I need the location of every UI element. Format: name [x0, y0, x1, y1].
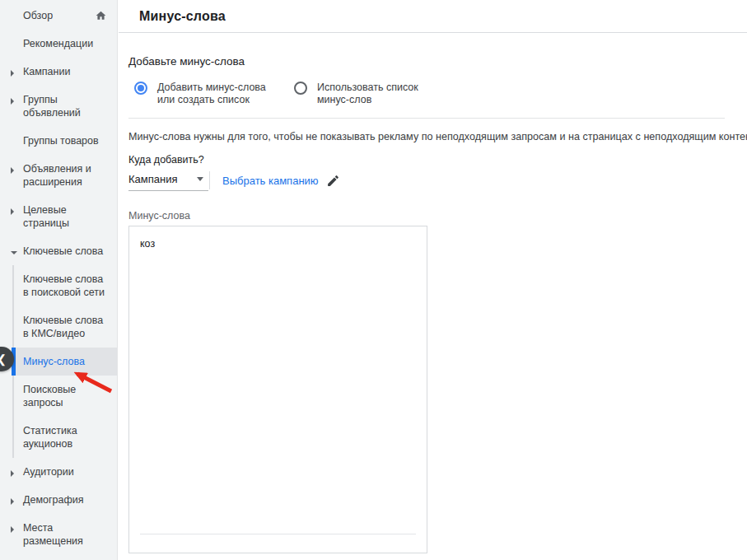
main-content: Минус-слова Добавьте минус-слова Добавит… — [119, 0, 747, 560]
radio-option-label: Добавить минус-слова или создать список — [157, 82, 271, 106]
sidebar-item[interactable]: Группы товаров — [0, 127, 117, 155]
helper-text: Минус-слова нужны для того, чтобы не пок… — [128, 131, 747, 142]
sidebar-item-label: Группы объявлений — [23, 94, 81, 119]
sidebar-item-label: Места размещения — [23, 522, 83, 547]
section-title: Добавьте минус-слова — [128, 55, 747, 68]
textarea-inner-divider — [140, 534, 416, 534]
radio-option-label: Использовать список минус-слов — [317, 82, 431, 106]
scope-select-value: Кампания — [128, 173, 178, 185]
radio-option[interactable]: Использовать список минус-слов — [294, 82, 431, 106]
mode-radio-group: Добавить минус-слова или создать список … — [128, 82, 747, 106]
sidebar-item-label: Обзор — [23, 10, 53, 21]
sidebar-item-label: Аудитории — [23, 466, 74, 478]
sidebar-item[interactable]: Группы объявлений — [0, 86, 117, 127]
section-divider — [128, 118, 725, 119]
where-to-add-label: Куда добавить? — [128, 154, 747, 166]
sidebar-item[interactable]: Минус-слова — [16, 348, 117, 376]
sidebar-item-label: Статистика аукционов — [23, 425, 77, 450]
expander-arrow-icon — [11, 498, 14, 505]
radio-option[interactable]: Добавить минус-слова или создать список — [134, 82, 271, 106]
expander-arrow-icon — [11, 251, 17, 254]
home-icon — [95, 10, 107, 25]
scope-select-row: Кампания Выбрать кампанию — [128, 169, 747, 192]
chevron-down-icon — [197, 177, 203, 181]
radio-icon[interactable] — [294, 82, 307, 95]
sidebar-item-label: Целевые страницы — [23, 204, 69, 229]
sidebar-nav: Обзор Рекомендации Кампании Группы объяв… — [0, 0, 117, 555]
scope-select[interactable]: Кампания — [128, 170, 208, 191]
chevron-left-icon: ❮ — [0, 352, 7, 366]
sidebar-item[interactable]: Поисковые запросы — [0, 376, 117, 417]
google-ads-negative-keywords-page: Обзор Рекомендации Кампании Группы объяв… — [0, 0, 747, 560]
edit-pencil-icon[interactable] — [326, 174, 340, 188]
expander-arrow-icon — [11, 98, 14, 105]
sidebar-item-label: Поисковые запросы — [23, 384, 76, 408]
sidebar-item-label: Минус-слова — [23, 356, 85, 367]
sidebar: Обзор Рекомендации Кампании Группы объяв… — [0, 0, 118, 560]
expander-arrow-icon — [11, 470, 14, 477]
sidebar-item-label: Демография — [23, 494, 83, 506]
sidebar-item[interactable]: Обзор — [0, 2, 117, 30]
sidebar-item-label: Рекомендации — [23, 38, 93, 49]
vertical-divider — [209, 171, 210, 189]
sidebar-item-label: Группы товаров — [23, 135, 99, 147]
expander-arrow-icon — [11, 167, 14, 174]
sidebar-item[interactable]: Аудитории — [0, 458, 117, 486]
sidebar-item[interactable]: Ключевые слова в КМС/видео — [0, 306, 117, 348]
negative-keywords-textarea-wrap: коз — [128, 226, 427, 553]
expander-arrow-icon — [11, 70, 14, 77]
sidebar-item[interactable]: Объявления и расширения — [0, 155, 117, 196]
page-title: Минус-слова — [139, 9, 226, 24]
sidebar-item-label: Ключевые слова в поисковой сети — [23, 273, 105, 298]
negative-keywords-field-label: Минус-слова — [128, 210, 747, 222]
add-negative-keywords-panel: Добавьте минус-слова Добавить минус-слов… — [119, 55, 747, 560]
sidebar-item[interactable]: Ключевые слова в поисковой сети — [0, 265, 117, 306]
sidebar-item-label: Ключевые слова — [23, 245, 103, 257]
choose-campaign-link[interactable]: Выбрать кампанию — [222, 175, 319, 187]
sidebar-item[interactable]: Кампании — [0, 58, 117, 86]
sidebar-item[interactable]: Рекомендации — [0, 30, 117, 58]
sidebar-item[interactable]: Целевые страницы — [0, 196, 117, 237]
sidebar-item-label: Кампании — [23, 66, 70, 77]
sidebar-item[interactable]: Статистика аукционов — [0, 417, 117, 458]
sidebar-item-label: Ключевые слова в КМС/видео — [23, 315, 103, 339]
sidebar-item[interactable]: Места размещения — [0, 514, 117, 555]
sidebar-item-label: Объявления и расширения — [23, 163, 91, 188]
expander-arrow-icon — [11, 526, 14, 533]
sidebar-item[interactable]: Ключевые слова — [0, 237, 117, 265]
negative-keywords-input[interactable]: коз — [129, 226, 427, 553]
sidebar-item[interactable]: Демография — [0, 486, 117, 514]
page-header: Минус-слова — [119, 0, 747, 33]
expander-arrow-icon — [11, 208, 14, 215]
radio-icon[interactable] — [134, 82, 147, 95]
